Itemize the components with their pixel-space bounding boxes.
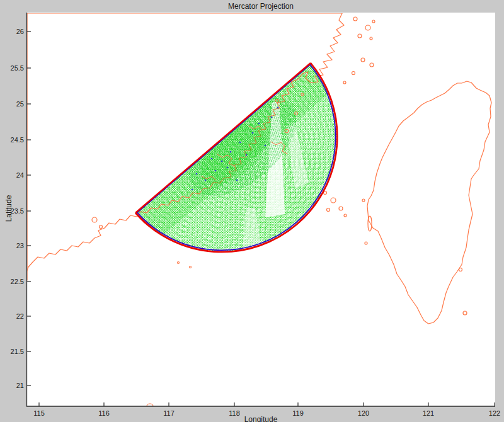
y-tick-label: 23 — [3, 242, 24, 250]
blue-dot — [205, 180, 207, 181]
y-tick-label: 25 — [3, 100, 24, 108]
x-tick-label: 120 — [353, 409, 374, 418]
y-tick-label: 26 — [3, 28, 24, 36]
x-tick-label: 121 — [418, 409, 439, 418]
x-tick-label: 117 — [158, 409, 180, 418]
matlab-figure: { "figure": { "title": "Mercator Project… — [0, 0, 504, 422]
x-tick-label: 118 — [224, 409, 245, 418]
blue-dot — [252, 132, 254, 134]
y-tick-label: 21 — [3, 382, 24, 390]
blue-dot — [265, 145, 266, 147]
blue-dot — [277, 107, 279, 109]
x-tick-label: 115 — [28, 409, 50, 418]
blue-dot — [215, 170, 217, 172]
blue-dot — [196, 173, 198, 175]
blue-dot — [239, 142, 241, 144]
y-tick-label: 24 — [3, 171, 24, 180]
y-tick-label: 22.5 — [3, 278, 24, 286]
blue-dot — [230, 151, 232, 153]
blue-dot — [221, 161, 223, 163]
blue-dot — [236, 180, 238, 181]
blue-dot — [258, 123, 260, 125]
blue-dot — [271, 117, 273, 118]
y-tick-label: 21.5 — [3, 348, 24, 356]
y-tick-label: 24.5 — [3, 136, 24, 144]
y-tick-label: 23.5 — [3, 207, 24, 215]
blue-dot — [227, 167, 229, 169]
x-tick-label: 116 — [93, 409, 115, 418]
y-tick-label: 22 — [3, 312, 24, 321]
blue-dot — [246, 154, 248, 156]
plot-title: Mercator Projection — [185, 2, 336, 11]
plot-canvas — [0, 0, 504, 422]
x-tick-label: 119 — [287, 409, 309, 418]
x-tick-label: 122 — [484, 409, 504, 418]
blue-dot — [192, 189, 193, 191]
blue-dot — [211, 158, 213, 160]
y-tick-label: 25.5 — [3, 64, 24, 72]
